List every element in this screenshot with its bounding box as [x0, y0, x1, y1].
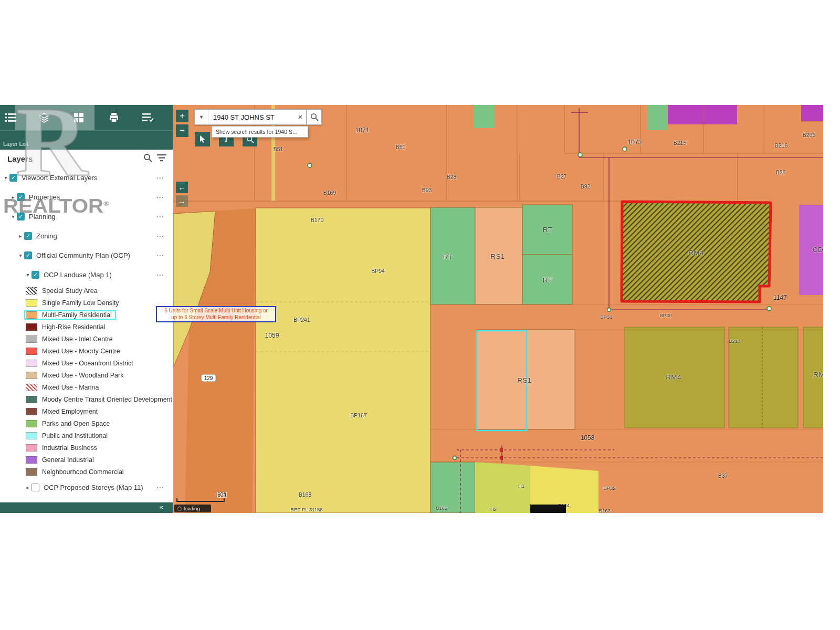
expand-down-icon[interactable]: ▾ [9, 214, 17, 219]
legend-item: Single Family Low Density [0, 297, 173, 309]
layer-tree: ▾✓Viewport External Layers⋯▸✓Properties⋯… [0, 168, 173, 285]
legend-item: Parks and Open Space [0, 417, 173, 429]
layer-menu-button[interactable]: ⋯ [156, 483, 164, 492]
layer-visibility-checkbox[interactable]: ✓ [32, 271, 39, 279]
legend-entry: Parks and Open Space [24, 419, 114, 428]
expand-right-icon[interactable]: ▸ [17, 233, 24, 239]
map-attribution-box [530, 505, 566, 513]
legend-label: Mixed Use - Oceanfront District [42, 360, 133, 367]
annotation-line-2: up to 6 Storey Multi Family Residential [171, 314, 261, 321]
legend-label: Mixed Use - Inlet Centre [42, 335, 113, 343]
legend-item: General Industrial [0, 454, 173, 466]
legend-label: Mixed Use - Moody Centre [42, 348, 120, 355]
legend-item: Mixed Employment [0, 405, 173, 417]
legend-entry: Single Family Low Density [24, 298, 123, 308]
legend-entry: Special Study Area [24, 286, 102, 296]
legend-entry: Neighbourhood Commercial [24, 467, 128, 477]
legend-entry: Mixed Employment [24, 407, 102, 416]
legend-item: Mixed Use - Woodland Park [0, 369, 173, 381]
previous-extent-button[interactable]: ← [176, 182, 188, 193]
legend-label: Mixed Employment [42, 408, 98, 415]
legend-item: Mixed Use - Oceanfront District [0, 357, 173, 369]
layer-menu-button[interactable]: ⋯ [156, 251, 164, 260]
layer-menu-button[interactable]: ⋯ [156, 212, 164, 222]
legend-swatch [26, 311, 37, 319]
layer-menu-button[interactable]: ⋯ [156, 173, 164, 183]
legend-swatch [26, 420, 37, 427]
layer-filter-icon[interactable] [157, 154, 166, 164]
layer-sidebar: Layer List Layers ▾✓Viewport External La… [0, 105, 173, 513]
legend-item: Mixed Use - Inlet Centre [0, 333, 173, 345]
legend-swatch [26, 372, 37, 379]
layer-list-icon[interactable] [3, 110, 18, 125]
layer-menu-button[interactable]: ⋯ [156, 232, 164, 241]
legend-item: Neighbourhood Commercial [0, 466, 173, 478]
annotation-line-1: 6 Units for Small Scale Multi Unit Housi… [164, 308, 268, 314]
layer-visibility-checkbox[interactable]: ✓ [9, 174, 17, 182]
layer-menu-button[interactable]: ⋯ [156, 270, 164, 280]
zoom-out-button[interactable]: − [176, 124, 188, 137]
search-suggestion[interactable]: Show search results for 1940 S... [212, 126, 308, 138]
layer-visibility-checkbox[interactable]: ✓ [17, 213, 25, 220]
ocp-landuse-legend: Special Study AreaSingle Family Low Dens… [0, 285, 173, 478]
legend-entry: High-Rise Residential [24, 322, 109, 332]
layer-tree-item[interactable]: ▸✓Properties⋯ [0, 187, 173, 207]
legend-label: Neighbourhood Commercial [42, 468, 124, 476]
next-extent-button[interactable]: → [176, 195, 188, 207]
legend-label: Parks and Open Space [42, 420, 110, 427]
legend-label: Single Family Low Density [42, 299, 119, 307]
legend-entry: Industrial Business [24, 443, 101, 453]
scale-label: 60ft [217, 492, 227, 498]
legend-label: Mixed Use - Marina [42, 384, 99, 391]
layer-label: OCP Proposed Storeys (Map 11) [44, 484, 143, 491]
expand-right-icon[interactable]: ▸ [9, 194, 17, 200]
search-dropdown-button[interactable]: ▼ [194, 109, 208, 125]
panel-title: Layer List [3, 141, 28, 147]
layer-tree-item[interactable]: ▸OCP Proposed Storeys (Map 11)⋯ [0, 478, 173, 497]
scale-line [176, 498, 225, 502]
layer-visibility-checkbox[interactable]: ✓ [17, 193, 25, 201]
print-icon[interactable] [107, 110, 121, 125]
layer-visibility-checkbox[interactable]: ✓ [24, 251, 32, 259]
search-input[interactable]: 1940 ST JOHNS ST ✕ [208, 109, 307, 125]
collapse-panel-button[interactable]: « [160, 503, 163, 511]
layers-heading: Layers [7, 154, 33, 163]
layer-tree-item[interactable]: ▾✓Viewport External Layers⋯ [0, 168, 173, 187]
legend-swatch [26, 432, 37, 439]
legend-entry: Mixed Use - Inlet Centre [24, 334, 117, 344]
legend-item: High-Rise Residential [0, 321, 173, 333]
layer-tree-item[interactable]: ▾✓Official Community Plan (OCP)⋯ [0, 246, 173, 265]
legend-swatch [26, 348, 37, 355]
legend-label: Industrial Business [42, 444, 97, 452]
legend-swatch [26, 360, 37, 367]
select-tool-button[interactable] [195, 132, 210, 146]
expand-right-icon[interactable]: ▸ [24, 485, 32, 490]
spinner-icon [177, 507, 182, 511]
expand-down-icon[interactable]: ▾ [2, 175, 9, 181]
legend-entry-highlighted: Multi-Family Residential [24, 310, 116, 320]
loading-indicator: loading [174, 505, 211, 512]
legend-label: Moody Centre Transit Oriented Developmen… [42, 396, 172, 403]
layer-tree-item[interactable]: ▾✓OCP Landuse (Map 1)⋯ [0, 265, 173, 285]
results-list-icon[interactable] [141, 110, 155, 125]
layer-tree-item[interactable]: ▸✓Zoning⋯ [0, 226, 173, 246]
legend-label: Mixed Use - Woodland Park [42, 372, 123, 379]
basemap-grid-icon[interactable] [71, 110, 86, 125]
expand-down-icon[interactable]: ▾ [24, 272, 32, 278]
legend-entry: General Industrial [24, 455, 98, 465]
layer-tree-item[interactable]: ▾✓Planning⋯ [0, 207, 173, 226]
legend-label: General Industrial [42, 456, 94, 464]
layers-icon[interactable] [37, 110, 51, 125]
layer-visibility-checkbox[interactable]: ✓ [24, 232, 32, 240]
expand-down-icon[interactable]: ▾ [17, 253, 24, 258]
layer-menu-button[interactable]: ⋯ [156, 193, 164, 202]
clear-search-icon[interactable]: ✕ [298, 113, 303, 121]
layer-visibility-checkbox[interactable] [32, 484, 39, 491]
layer-search-icon[interactable] [143, 153, 152, 164]
search-button[interactable] [307, 109, 322, 125]
zoom-in-button[interactable]: + [176, 110, 188, 122]
legend-swatch [26, 468, 37, 476]
legend-item: Industrial Business [0, 442, 173, 454]
layer-panel: Layers ▾✓Viewport External Layers⋯▸✓Prop… [0, 150, 173, 502]
panel-title-bar: Layer List [0, 130, 173, 150]
